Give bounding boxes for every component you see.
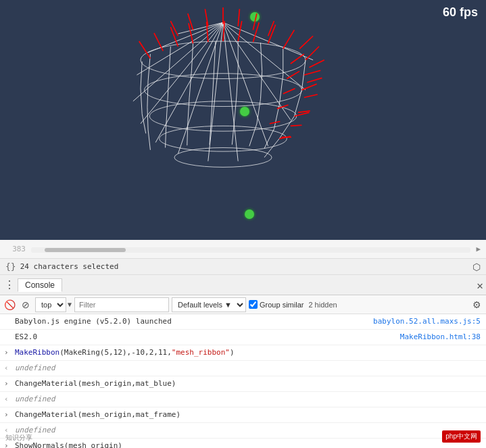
braces-icon: {} xyxy=(5,262,16,272)
expand-icon[interactable]: ⬡ xyxy=(472,262,481,272)
svg-line-52 xyxy=(142,114,146,134)
line-number: 383 xyxy=(5,245,26,253)
svg-line-64 xyxy=(299,36,313,49)
console-row: › ChangeMaterial(mesh_origin,mat_blue) xyxy=(0,376,486,392)
svg-line-78 xyxy=(291,125,302,126)
clear-console-button[interactable]: 🚫 xyxy=(3,298,16,312)
svg-line-41 xyxy=(187,122,188,145)
scroll-right-arrow: ▶ xyxy=(476,245,481,253)
svg-point-13 xyxy=(141,41,306,78)
svg-line-73 xyxy=(270,122,281,124)
pause-button[interactable]: ⊘ xyxy=(19,298,32,312)
svg-line-38 xyxy=(191,43,193,70)
svg-line-85 xyxy=(268,21,274,36)
console-row: ‹ undefined xyxy=(0,392,486,407)
console-row: › ShowNormals(mesh_origin) xyxy=(0,439,486,448)
row-content: ShowNormals(mesh_origin) xyxy=(15,440,481,448)
log-levels-selector[interactable]: Default levels ▼ xyxy=(172,297,246,312)
svg-line-76 xyxy=(304,95,318,97)
svg-line-51 xyxy=(141,89,142,114)
svg-line-7 xyxy=(155,22,223,143)
row-content: undefined xyxy=(15,393,481,405)
svg-line-25 xyxy=(264,129,274,149)
svg-line-66 xyxy=(304,70,320,75)
svg-line-75 xyxy=(307,78,322,82)
svg-line-70 xyxy=(287,71,299,78)
svg-line-26 xyxy=(260,43,262,71)
svg-line-63 xyxy=(306,47,319,60)
svg-line-71 xyxy=(283,89,295,94)
svg-line-8 xyxy=(141,22,223,124)
console-output[interactable]: Babylon.js engine (v5.2.0) launched baby… xyxy=(0,314,486,448)
svg-line-2 xyxy=(223,22,291,120)
row-content: undefined xyxy=(15,362,481,374)
row-link[interactable]: babylon.52.all.maxs.js:5 xyxy=(373,316,481,328)
console-row: › MakeRibbon(MakeRing(5,12),-10,2,11,"me… xyxy=(0,345,486,361)
group-similar-checkbox[interactable] xyxy=(249,300,258,309)
console-row: ‹ undefined xyxy=(0,361,486,376)
row-content: ChangeMaterial(mesh_origin,mat_blue) xyxy=(15,378,481,390)
svg-line-43 xyxy=(168,74,169,101)
row-output-prefix: ‹ xyxy=(4,362,9,374)
console-row: › ChangeMaterial(mesh_origin,mat_frame) xyxy=(0,407,486,423)
svg-line-39 xyxy=(189,70,191,97)
svg-line-20 xyxy=(279,116,294,139)
svg-point-17 xyxy=(174,148,272,168)
svg-line-83 xyxy=(253,14,257,30)
hidden-count-badge: 2 hidden xyxy=(308,301,337,309)
console-toolbar: ⋮ Console ✕ xyxy=(0,275,486,295)
svg-line-40 xyxy=(188,97,189,122)
filter-input[interactable] xyxy=(74,297,169,312)
svg-line-53 xyxy=(283,30,295,49)
row-content: ChangeMaterial(mesh_origin,mat_frame) xyxy=(15,409,481,421)
close-icon[interactable]: ✕ xyxy=(477,279,483,292)
svg-line-36 xyxy=(211,96,212,122)
filter-toolbar: 🚫 ⊘ top ▼ Default levels ▼ Group similar… xyxy=(0,295,486,314)
scroll-thumb[interactable] xyxy=(45,248,126,252)
canvas-viewport: 60 fps xyxy=(0,0,486,240)
settings-button[interactable]: ⚙ xyxy=(470,298,483,312)
svg-line-67 xyxy=(294,112,309,116)
console-tab[interactable]: Console xyxy=(18,278,62,292)
selection-bar: {} 24 characters selected ⬡ xyxy=(0,259,486,275)
svg-line-23 xyxy=(279,75,283,105)
row-input-prefix: › xyxy=(4,409,9,421)
svg-line-48 xyxy=(147,107,148,130)
svg-line-35 xyxy=(212,69,214,96)
3d-mesh-visualization xyxy=(68,0,379,240)
svg-line-62 xyxy=(139,41,151,59)
context-selector[interactable]: top xyxy=(35,297,66,312)
devtools-panel: 383 ▶ {} 24 characters selected ⬡ ⋮ Cons… xyxy=(0,240,486,448)
row-input-prefix: › xyxy=(4,378,9,390)
row-content: MakeRibbon(MakeRing(5,12),-10,2,11,"mesh… xyxy=(15,347,481,359)
svg-line-47 xyxy=(147,81,148,107)
svg-line-65 xyxy=(301,84,316,90)
row-link[interactable]: MakeRibbon.html:38 xyxy=(400,331,481,343)
context-dropdown-arrow: ▼ xyxy=(68,301,72,308)
svg-line-81 xyxy=(238,9,239,26)
console-row: ES2.0 MakeRibbon.html:38 xyxy=(0,330,486,345)
fps-counter: 60 fps xyxy=(443,5,478,20)
selection-text: 24 characters selected xyxy=(20,262,119,271)
console-row: Babylon.js engine (v5.2.0) launched baby… xyxy=(0,314,486,330)
svg-line-10 xyxy=(137,22,223,75)
row-input-prefix: › xyxy=(4,347,9,359)
row-content: Babylon.js engine (v5.2.0) launched xyxy=(15,316,373,328)
svg-line-69 xyxy=(291,54,304,64)
svg-line-84 xyxy=(188,14,193,30)
svg-line-32 xyxy=(235,96,237,122)
row-content: undefined xyxy=(15,424,481,437)
svg-line-74 xyxy=(310,60,324,68)
group-similar-label: Group similar xyxy=(260,301,303,309)
svg-line-33 xyxy=(232,122,234,145)
console-row: ‹ undefined xyxy=(0,423,486,439)
svg-line-50 xyxy=(141,61,142,89)
svg-line-49 xyxy=(148,130,150,150)
svg-line-60 xyxy=(170,27,178,47)
group-similar-area: Group similar 2 hidden xyxy=(249,300,337,309)
svg-line-34 xyxy=(214,41,216,69)
php-watermark: php中文网 xyxy=(442,430,481,443)
menu-icon[interactable]: ⋮ xyxy=(4,278,15,291)
row-content: ES2.0 xyxy=(15,331,400,343)
knowledge-watermark: 知识分享 xyxy=(5,433,32,443)
